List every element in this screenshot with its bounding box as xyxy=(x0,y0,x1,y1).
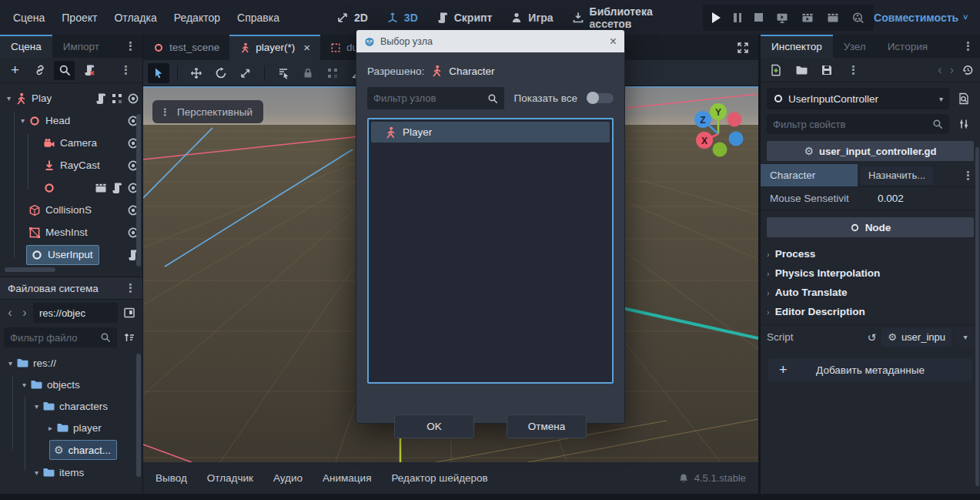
menu-debug[interactable]: Отладка xyxy=(105,0,165,35)
chevron-down-icon[interactable]: ▾ xyxy=(5,359,16,367)
edit-history-icon[interactable] xyxy=(962,64,974,76)
menu-help[interactable]: Справка xyxy=(229,0,288,35)
film-reel-icon[interactable] xyxy=(852,12,865,24)
list-select-button[interactable] xyxy=(273,63,294,83)
file-filter-input[interactable] xyxy=(10,332,95,344)
file-row-root[interactable]: ▾ res:// xyxy=(0,352,142,374)
node-selector[interactable]: UserInputController ▾ xyxy=(767,88,949,109)
property-row-mouse-sensitivity[interactable]: Mouse Sensetivit 0.002 xyxy=(761,187,980,210)
filesystem-menu-icon[interactable]: ⋮ xyxy=(119,281,142,295)
assign-node-button[interactable]: Назначить... xyxy=(861,166,933,185)
nav-back-icon[interactable]: ‹ xyxy=(4,306,16,320)
add-node-button[interactable]: + xyxy=(5,61,25,80)
history-forward-icon[interactable]: › xyxy=(950,63,954,77)
lock-icon[interactable] xyxy=(297,63,319,83)
chevron-down-icon[interactable]: ▾ xyxy=(31,468,42,477)
tree-row-userinput[interactable]: UserInput xyxy=(0,243,142,266)
load-resource-folder-icon[interactable] xyxy=(791,60,811,79)
add-metadata-button[interactable]: + Добавить метаданные xyxy=(768,358,972,381)
file-row-characters[interactable]: ▾ characters xyxy=(0,395,142,417)
editable-children-icon[interactable] xyxy=(111,92,123,105)
cancel-button[interactable]: Отмена xyxy=(507,414,587,438)
menu-scene[interactable]: Сцена xyxy=(5,0,53,35)
axis-minus-y-handle[interactable] xyxy=(713,143,727,157)
menu-editor[interactable]: Редактор xyxy=(166,0,229,35)
chevron-right-icon[interactable]: ▸ xyxy=(45,424,56,432)
script-icon[interactable] xyxy=(111,182,123,194)
pause-button[interactable] xyxy=(734,13,741,22)
group-icon[interactable] xyxy=(322,63,343,83)
tab-import[interactable]: Импорт xyxy=(52,35,110,58)
film-icon[interactable] xyxy=(95,182,107,194)
property-value[interactable]: 0.002 xyxy=(878,193,904,204)
node-list-item-player[interactable]: Player xyxy=(371,122,610,143)
chevron-down-icon[interactable]: ▾ xyxy=(17,116,28,125)
save-resource-icon[interactable] xyxy=(816,60,837,79)
instance-scene-button[interactable] xyxy=(29,61,50,80)
section-process[interactable]: › Process xyxy=(761,244,980,263)
path-field[interactable] xyxy=(33,303,118,323)
file-row-items[interactable]: ▾ items xyxy=(0,461,142,483)
detach-script-button[interactable] xyxy=(79,61,99,80)
tree-row-raycast[interactable]: RayCast xyxy=(0,154,142,176)
tree-row-play[interactable]: ▾ Play xyxy=(0,87,142,109)
notification-bell-icon[interactable] xyxy=(678,473,689,484)
chevron-down-icon[interactable]: ▾ xyxy=(3,94,15,102)
property-filter-field[interactable] xyxy=(767,114,949,134)
scene-tab-player[interactable]: player(*) × xyxy=(229,35,320,60)
dialog-titlebar[interactable]: Выбор узла × xyxy=(356,30,624,52)
property-tools-icon[interactable] xyxy=(953,115,974,134)
property-filter-input[interactable] xyxy=(773,119,928,130)
toggle-split-mode-icon[interactable] xyxy=(120,304,139,323)
history-back-icon[interactable]: ‹ xyxy=(938,63,942,77)
bottom-tab-debugger[interactable]: Отладчик xyxy=(207,472,253,484)
section-physics-interpolation[interactable]: › Physics Interpolation xyxy=(761,263,980,283)
script-property-row[interactable]: Script ↺ ⚙ user_inpu ▾ xyxy=(761,324,980,349)
renderer-selector[interactable]: Совместимость ˅ xyxy=(874,12,980,24)
property-row-character[interactable]: Character Назначить... ⋮ xyxy=(761,164,980,187)
script-value-button[interactable]: ⚙ user_inpu xyxy=(881,328,952,347)
scale-tool-button[interactable] xyxy=(235,63,256,83)
dock-menu-icon[interactable]: ⋮ xyxy=(119,35,142,58)
axis-minus-z-handle[interactable] xyxy=(729,132,744,146)
node-list[interactable]: Player xyxy=(367,118,614,384)
scene-tree-vscrollbar[interactable] xyxy=(136,114,141,267)
close-icon[interactable]: × xyxy=(610,35,617,49)
script-dropdown-icon[interactable]: ▾ xyxy=(957,328,974,347)
file-sort-icon[interactable] xyxy=(120,328,139,347)
perspective-menu[interactable]: ⋮ Перспективный xyxy=(152,100,263,123)
scene-tab-test-scene[interactable]: test_scene xyxy=(143,35,229,60)
menu-project[interactable]: Проект xyxy=(53,0,105,35)
chevron-down-icon[interactable]: ▾ xyxy=(18,381,30,389)
revert-icon[interactable]: ↺ xyxy=(868,331,877,344)
inspector-vscrollbar[interactable] xyxy=(975,147,979,486)
file-tree-vscrollbar[interactable] xyxy=(136,354,141,477)
tree-row-unnamed[interactable] xyxy=(0,176,142,199)
play-button[interactable] xyxy=(712,12,721,23)
show-all-toggle[interactable] xyxy=(587,93,614,103)
bottom-tab-animation[interactable]: Анимация xyxy=(323,472,371,484)
current-path-input[interactable] xyxy=(39,307,112,319)
tab-scene[interactable]: Сцена xyxy=(0,35,52,58)
selected-node-box[interactable]: UserInput xyxy=(26,245,99,265)
select-tool-button[interactable] xyxy=(148,63,169,83)
open-docs-icon[interactable] xyxy=(953,89,974,109)
inspector-menu-icon[interactable]: ⋮ xyxy=(956,35,980,58)
script-icon[interactable] xyxy=(95,92,107,105)
script-section-header[interactable]: ⚙ user_input_controller.gd xyxy=(767,141,974,161)
scene-tree-menu-icon[interactable]: ⋮ xyxy=(114,63,138,77)
nav-forward-icon[interactable]: › xyxy=(18,306,31,320)
ok-button[interactable]: OK xyxy=(394,414,474,438)
bottom-tab-audio[interactable]: Аудио xyxy=(273,472,303,484)
bottom-tab-shader-editor[interactable]: Редактор шейдеров xyxy=(391,472,487,484)
selected-file-box[interactable]: ⚙ charact... xyxy=(49,440,117,460)
close-icon[interactable]: × xyxy=(303,41,310,54)
file-row-character-script[interactable]: ⚙ charact... xyxy=(0,438,142,461)
tree-row-meshinst[interactable]: MeshInst xyxy=(0,221,142,243)
remote-debug-icon[interactable] xyxy=(776,12,788,24)
axis-gizmo[interactable]: Y Z X xyxy=(685,96,758,169)
file-filter-field[interactable] xyxy=(4,327,117,347)
play-custom-scene-icon[interactable] xyxy=(801,12,814,24)
tab-history[interactable]: История xyxy=(877,35,938,58)
node-filter-field[interactable] xyxy=(367,87,504,109)
